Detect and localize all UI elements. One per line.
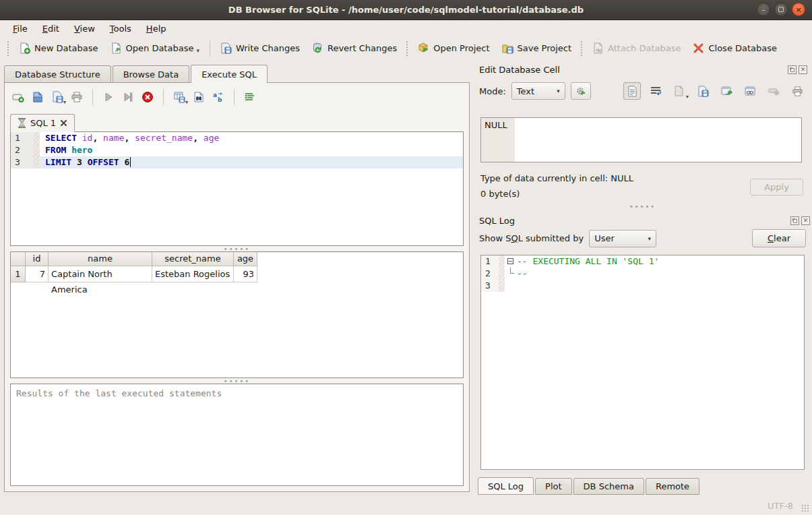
menu-edit[interactable]: Edit [36, 22, 65, 35]
open-cell-file-icon [674, 86, 685, 97]
cell-value-editor[interactable]: NULL [480, 117, 802, 162]
open-sql-file-button[interactable] [30, 89, 46, 105]
cell-size-info: 0 byte(s) [480, 189, 520, 199]
format-sql-icon [244, 91, 256, 103]
cell-secret_name[interactable]: Esteban Rogelios [152, 266, 234, 282]
title-bar[interactable]: DB Browser for SQLite - /home/user/code/… [0, 0, 812, 20]
import-data-button[interactable] [571, 82, 591, 100]
float-panel-icon[interactable] [790, 216, 799, 225]
dock-tab-plot[interactable]: Plot [535, 478, 572, 495]
menu-help[interactable]: Help [140, 22, 173, 35]
set-null-button[interactable] [765, 82, 782, 100]
log-text: -- [517, 268, 528, 280]
dock-tab-sql-log[interactable]: SQL Log [478, 477, 534, 495]
stop-execution-button[interactable] [139, 89, 156, 105]
attach-database-button[interactable]: Attach Database [586, 39, 687, 57]
save-project-button[interactable]: Save Project [496, 39, 578, 57]
column-header-id[interactable]: id [26, 252, 49, 266]
close-database-button[interactable]: Close Database [687, 39, 783, 57]
apply-button[interactable]: Apply [750, 179, 803, 195]
save-cell-icon [697, 86, 709, 97]
log-filter-row: Show SQL submitted by User ▾ Clear [479, 229, 806, 247]
save-results-dropdown-caret[interactable]: ▾ [185, 99, 188, 105]
close-panel-icon[interactable]: ✕ [801, 216, 810, 225]
toolbar-drag-handle[interactable] [7, 40, 10, 57]
print-cell-button[interactable] [788, 82, 806, 100]
tab-browse-data[interactable]: Browse Data [113, 65, 190, 83]
word-wrap-button[interactable] [647, 82, 664, 100]
save-sql-file-button[interactable]: ▾ [49, 89, 65, 105]
close-sql-tab-icon[interactable] [60, 119, 67, 127]
menu-view[interactable]: View [68, 22, 101, 35]
print-button[interactable] [69, 89, 85, 105]
tab-execute-sql[interactable]: Execute SQL [191, 65, 268, 83]
open-database-button[interactable]: Open Database ▾ [104, 39, 206, 57]
results-message-splitter[interactable]: ••••• [10, 378, 464, 384]
execution-message-area[interactable]: Results of the last executed statements [10, 384, 464, 486]
tab-database-structure[interactable]: Database Structure [4, 65, 111, 83]
maximize-icon[interactable] [774, 3, 788, 16]
toolbar-drag-handle[interactable] [406, 40, 409, 57]
db-browser-window: DB Browser for SQLite - /home/user/code/… [0, 0, 812, 515]
find-button[interactable] [191, 89, 207, 105]
execute-line-button[interactable] [120, 89, 136, 105]
table-row[interactable]: 17Captain North AmericaEsteban Rogelios9… [11, 266, 463, 282]
save-sql-dropdown-caret[interactable]: ▾ [63, 99, 66, 105]
close-database-label: Close Database [708, 43, 777, 53]
open-project-button[interactable]: Open Project [412, 39, 495, 57]
menu-tools[interactable]: Tools [104, 22, 137, 35]
sql-code-editor[interactable]: 1SELECT id, name, secret_name, age2FROM … [10, 131, 464, 246]
line-number: 1 [11, 132, 34, 144]
minimize-icon[interactable]: – [757, 3, 770, 16]
mode-label: Mode: [479, 86, 506, 96]
new-sql-tab-button[interactable] [10, 89, 26, 105]
encoding-indicator[interactable]: UTF-8 [768, 501, 793, 511]
mode-combobox[interactable]: Text ▾ [511, 82, 565, 100]
menu-bar: FileEditViewToolsHelp [0, 21, 812, 36]
cell-value-text: NULL [485, 120, 507, 130]
close-panel-icon[interactable]: ✕ [799, 65, 807, 74]
clear-log-button[interactable]: Clear [752, 229, 806, 247]
open-in-cell-button[interactable]: ▾ [670, 82, 688, 100]
toolbar-drag-handle[interactable] [580, 40, 584, 57]
new-database-label: New Database [34, 43, 98, 53]
log-filter-combobox[interactable]: User ▾ [589, 230, 656, 247]
fold-margin [34, 156, 40, 169]
fold-marker[interactable] [505, 255, 517, 268]
sql-log-view[interactable]: 1-- EXECUTING ALL IN 'SQL 1'2--3 [480, 255, 805, 470]
editor-line: 1SELECT id, name, secret_name, age [11, 132, 463, 144]
dock-splitter[interactable]: ••••• [479, 204, 806, 209]
sql-editor-toolbar: ▾ ▾ ab [10, 88, 258, 106]
float-panel-icon[interactable] [788, 65, 797, 74]
save-cell-button[interactable] [694, 82, 712, 100]
dock-tab-db-schema[interactable]: DB Schema [573, 478, 644, 495]
main-toolbar: New Database Open Database ▾ Write Chang… [0, 36, 812, 61]
column-header-age[interactable]: age [234, 252, 257, 266]
text-mode-button[interactable] [623, 82, 641, 100]
cell-age[interactable]: 93 [234, 266, 257, 282]
menu-file[interactable]: File [7, 22, 34, 35]
open-database-dropdown-caret[interactable]: ▾ [196, 47, 199, 54]
execute-all-button[interactable] [100, 89, 117, 105]
format-sql-button[interactable] [242, 89, 258, 105]
revert-changes-button[interactable]: Revert Changes [306, 39, 403, 57]
resize-grip-icon[interactable] [801, 504, 809, 512]
cell-name[interactable]: Captain North America [49, 266, 152, 282]
export-cell-button[interactable] [718, 82, 735, 100]
column-header-secret_name[interactable]: secret_name [152, 252, 234, 266]
column-header-name[interactable]: name [49, 252, 152, 266]
close-icon[interactable]: × [792, 3, 805, 16]
find-replace-button[interactable]: ab [210, 89, 226, 105]
log-line-number: 2 [481, 268, 499, 280]
save-results-button[interactable]: ▾ [171, 89, 187, 105]
new-database-button[interactable]: New Database [13, 39, 104, 57]
editor-results-splitter[interactable]: ••••• [10, 246, 464, 251]
window-controls: – × [757, 3, 805, 16]
dock-tab-remote[interactable]: Remote [646, 478, 699, 495]
cell-id[interactable]: 7 [26, 266, 49, 282]
row-header[interactable]: 1 [11, 266, 26, 282]
sql-document-tab[interactable]: SQL 1 [10, 114, 75, 132]
link-cell-button[interactable] [741, 82, 759, 100]
write-changes-button[interactable]: Write Changes [214, 39, 306, 57]
results-grid[interactable]: idnamesecret_nameage17Captain North Amer… [10, 251, 464, 378]
